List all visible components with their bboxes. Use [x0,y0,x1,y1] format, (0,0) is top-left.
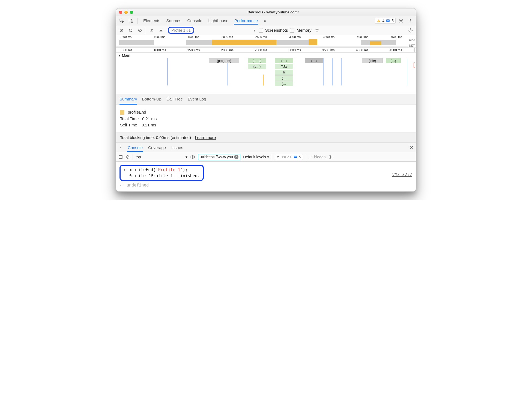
devtools-window: DevTools - www.youtube.com/ Elements Sou… [116,8,416,192]
issues-label: 5 Issues: [277,155,292,159]
issues-badge[interactable]: 4 5 [375,18,396,24]
inspect-element-icon[interactable] [118,17,125,25]
flame-ruler[interactable]: 500 ms1000 ms1500 ms2000 ms2500 ms3000 m… [116,48,416,53]
main-track-header[interactable]: ▼ Main [116,53,416,58]
settings-icon[interactable] [397,17,405,25]
return-arrow-icon: ‹· [119,183,124,188]
console-settings-icon[interactable] [328,155,333,159]
profile-selected-label: Profile 1 #1 [171,28,191,32]
chevron-down-icon: ▾ [267,155,269,159]
memory-label: Memory [297,28,311,32]
long-task-marker-icon [414,63,415,67]
disclosure-triangle-icon[interactable]: ▼ [118,54,121,57]
console-return-line: ‹· undefined [119,183,413,188]
svg-point-10 [410,20,411,21]
scrollbar-thumb[interactable] [414,48,415,52]
flame-cell[interactable]: (idle) [362,58,383,63]
detail-tabstrip: Summary Bottom-Up Call Tree Event Log [116,94,416,105]
tab-elements[interactable]: Elements [143,17,161,25]
minimize-window-icon[interactable] [124,11,128,14]
source-link[interactable]: VM3132:2 [392,172,412,177]
drawer-close-icon[interactable]: ✕ [410,144,414,150]
flame-cell[interactable]: b [275,70,293,75]
drawer-tab-issues[interactable]: Issues [171,143,184,152]
event-name: profileEnd [128,110,146,114]
kebab-menu-icon[interactable] [407,17,414,25]
svg-point-11 [410,22,411,22]
drawer-tab-console[interactable]: Console [127,143,143,152]
svg-line-15 [139,29,141,31]
svg-rect-24 [294,157,297,157]
main-thread-track: ▼ Main (program)(a…s)(…)(…)(idle)(…)(a…)… [116,53,416,94]
flame-cell[interactable]: (a…s) [248,58,266,63]
flame-chart[interactable]: (program)(a…s)(…)(…)(idle)(…)(a…)TJab(…(… [116,58,416,94]
issues-button[interactable]: 5 Issues: 5 [275,154,303,160]
upload-icon[interactable] [148,27,155,34]
tab-performance[interactable]: Performance [234,17,258,25]
tab-event-log[interactable]: Event Log [188,97,206,105]
delete-profile-icon[interactable] [313,27,321,34]
tab-sources[interactable]: Sources [166,17,182,25]
total-blocking-time-bar: Total blocking time: 0.00ms (estimated) … [116,132,416,143]
svg-point-8 [401,20,402,21]
levels-label: Default levels [243,155,266,159]
svg-point-9 [410,19,411,20]
sidebar-toggle-icon[interactable] [118,155,123,159]
clear-icon[interactable] [136,27,144,34]
console-filter-input[interactable]: -url:https://www.you ✕ [198,154,240,160]
drawer-tab-coverage[interactable]: Coverage [148,143,166,152]
tab-lighthouse[interactable]: Lighthouse [208,17,229,25]
tab-bottom-up[interactable]: Bottom-Up [142,97,162,105]
svg-rect-3 [379,20,379,21]
profile-selector[interactable]: Profile 1 #1 [168,27,194,34]
flame-selected[interactable] [263,75,264,85]
context-selector[interactable]: top ▾ [136,155,187,159]
warning-icon [377,19,381,23]
clear-filter-icon[interactable]: ✕ [234,155,238,159]
flame-cell[interactable]: (program) [209,58,239,63]
highlighted-console-lines: › profileEnd('Profile 1'); Profile 'Prof… [119,165,204,181]
flame-cell[interactable]: (a…) [248,64,266,69]
console-output[interactable]: › profileEnd('Profile 1'); Profile 'Prof… [116,162,416,191]
close-window-icon[interactable] [119,11,122,14]
timeline-overview[interactable]: 500 ms1000 ms1500 ms2000 ms2500 ms3000 m… [116,35,416,48]
flame-cell[interactable]: (…) [386,58,401,63]
tbt-learn-more-link[interactable]: Learn more [195,135,216,140]
flame-cell[interactable]: (…) [275,58,293,63]
net-graph [116,46,408,48]
live-expression-icon[interactable] [190,155,195,159]
drawer-menu-icon[interactable]: ⋮ [118,145,123,150]
zoom-window-icon[interactable] [130,11,133,14]
warning-count: 4 [382,19,384,23]
log-levels-selector[interactable]: Default levels ▾ [243,155,269,159]
prompt-icon: › [123,167,126,172]
tab-summary[interactable]: Summary [119,97,137,105]
svg-rect-7 [387,20,389,21]
download-icon[interactable] [157,27,165,34]
chevron-down-icon[interactable]: ▾ [253,28,256,32]
memory-checkbox[interactable]: Memory [290,28,311,32]
svg-rect-22 [294,156,297,158]
device-toggle-icon[interactable] [127,17,135,25]
tab-console[interactable]: Console [187,17,203,25]
tab-call-tree[interactable]: Call Tree [166,97,183,105]
screenshots-checkbox[interactable]: Screenshots [259,28,288,32]
tabs-overflow[interactable]: » [263,17,267,25]
flame-cell[interactable]: TJa [275,64,293,69]
event-color-swatch [120,110,124,115]
console-toolbar: top ▾ -url:https://www.you ✕ Default lev… [116,152,416,162]
reload-record-icon[interactable] [127,27,134,34]
svg-point-25 [330,156,331,158]
total-time-value: 0.21 ms [142,116,157,121]
net-label: NET [409,44,415,47]
clear-console-icon[interactable] [125,155,130,159]
console-input-line: profileEnd('Profile 1'); [128,167,188,172]
cpu-label: CPU [409,38,415,42]
main-track-label: Main [122,53,130,58]
flame-cell[interactable]: (…) [305,58,323,63]
flame-cell[interactable]: (… [275,81,293,86]
capture-settings-icon[interactable] [407,27,414,34]
record-icon[interactable] [118,27,125,34]
svg-rect-17 [119,155,122,158]
flame-cell[interactable]: (… [275,75,293,81]
